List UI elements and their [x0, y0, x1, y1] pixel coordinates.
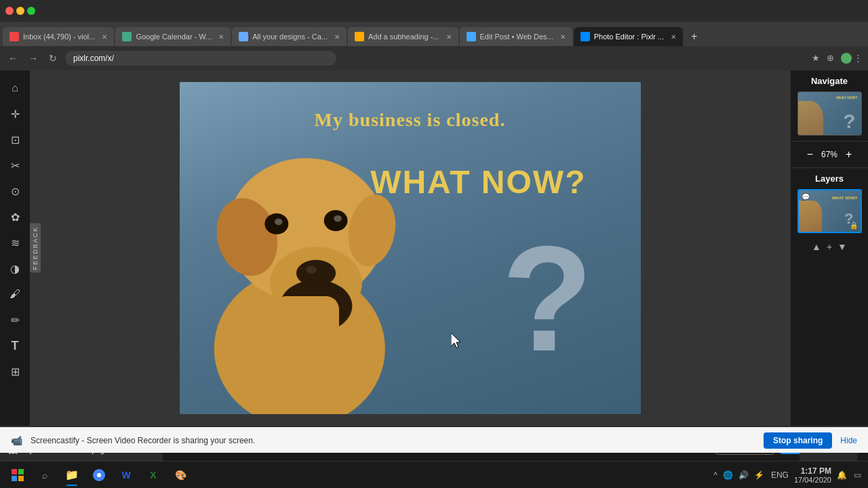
nav-dog-hint	[798, 101, 823, 135]
tab-webdes[interactable]: Edit Post • Web Des... ✕	[460, 27, 572, 46]
effects-tool[interactable]: ✿	[3, 205, 27, 229]
start-button[interactable]	[5, 463, 30, 487]
layer-thumbnail[interactable]: 💬 🔒 WHAT NOW? ?	[797, 189, 862, 233]
volume-icon[interactable]: 🔊	[737, 469, 750, 481]
tab-label-canva: All your designs - Ca...	[252, 33, 328, 41]
tab-canva[interactable]: All your designs - Ca... ✕	[232, 27, 347, 46]
time-display: 1:17 PM	[794, 466, 831, 476]
svg-rect-18	[12, 469, 17, 474]
canvas-wrapper: My business is closed. WHAT NOW? ?	[180, 82, 641, 414]
cut-tool[interactable]: ✂	[3, 153, 27, 178]
hide-notification-button[interactable]: Hide	[840, 436, 857, 445]
search-taskbar-button[interactable]: ⌕	[33, 463, 57, 487]
left-toolbar: ⌂ ✛ ⊡ ✂ ⊙ ✿ ≋ ◑ 🖌 ✏ T ⊞	[0, 70, 30, 426]
taskbar-clock: 1:17 PM 17/04/2020	[794, 466, 831, 484]
stop-sharing-button[interactable]: Stop sharing	[764, 432, 832, 449]
extensions-icon[interactable]: ⊕	[827, 53, 834, 64]
move-tool[interactable]: ✛	[3, 102, 27, 126]
tab-pixlr[interactable]: Photo Editor : Pixlr ... ✕	[574, 27, 683, 46]
refresh-button[interactable]: ↻	[46, 52, 60, 65]
user-avatar[interactable]	[841, 53, 852, 64]
tab-label-webdes: Edit Post • Web Des...	[480, 33, 553, 41]
svg-rect-17	[273, 296, 339, 348]
pattern-tool[interactable]: ⊞	[3, 359, 27, 384]
system-icons: ^ 🌐 🔊 ⚡	[712, 469, 766, 481]
layer-q-preview: ?	[844, 211, 853, 226]
notifications-icon[interactable]: 🔔	[835, 469, 848, 481]
taskbar-right: ^ 🌐 🔊 ⚡ ENG 1:17 PM 17/04/2020 🔔 ▭	[712, 466, 863, 484]
canvas-text-headline: My business is closed.	[180, 109, 641, 131]
canvas-text-whatnow: WHAT NOW?	[370, 163, 586, 201]
feedback-tab[interactable]: FEEDBACK	[30, 224, 41, 273]
paint-tool[interactable]: 🖌	[3, 282, 27, 306]
tab-close-canva[interactable]: ✕	[334, 33, 340, 41]
canvas-question-mark: ?	[502, 224, 593, 373]
navigate-title: Navigate	[796, 76, 863, 86]
zoom-out-button[interactable]: −	[804, 147, 816, 162]
svg-point-10	[334, 215, 342, 222]
bookmark-star-icon[interactable]: ★	[812, 53, 820, 64]
dodge-tool[interactable]: ◑	[3, 256, 27, 281]
zoom-value: 67%	[821, 150, 837, 159]
tab-label-inbox: Inbox (44,790) - viol...	[23, 33, 95, 41]
layers-section: Layers 💬 🔒 WHAT NOW? ? ▲ +	[791, 168, 868, 426]
tab-calendar[interactable]: Google Calendar - W... ✕	[115, 27, 231, 46]
svg-rect-19	[18, 469, 24, 474]
canvas-area[interactable]: My business is closed. WHAT NOW? ?	[30, 70, 790, 426]
tab-inbox[interactable]: Inbox (44,790) - viol... ✕	[3, 27, 114, 46]
layer-controls: ▲ + ▼	[796, 239, 863, 255]
title-bar	[0, 0, 868, 22]
adjust-tool[interactable]: ⊙	[3, 179, 27, 203]
desktop-icon[interactable]: ▭	[852, 469, 863, 481]
right-panel: Navigate WHAT NOW? ? − 67% +	[790, 70, 868, 426]
forward-button[interactable]: →	[26, 52, 41, 65]
feedback-label[interactable]: FEEDBACK	[30, 224, 41, 273]
nav-thumb-text: WHAT NOW?	[836, 96, 857, 100]
svg-point-23	[97, 473, 101, 477]
tab-close-webdes[interactable]: ✕	[560, 33, 566, 41]
excel-icon: X	[150, 470, 156, 481]
lang-indicator: ENG	[770, 469, 790, 481]
taskbar-file-explorer[interactable]: 📁	[60, 463, 84, 487]
back-button[interactable]: ←	[5, 52, 20, 65]
text-tool[interactable]: T	[3, 333, 27, 358]
taskbar-app5[interactable]: 🎨	[168, 463, 193, 487]
pencil-tool[interactable]: ✏	[3, 308, 27, 332]
layer-up-button[interactable]: ▲	[812, 241, 821, 252]
taskbar-chrome[interactable]	[87, 463, 111, 487]
crop-tool[interactable]: ⊡	[3, 127, 27, 152]
taskbar-excel[interactable]: X	[141, 463, 165, 487]
zoom-in-button[interactable]: +	[843, 147, 854, 162]
tab-favicon-webdes	[467, 32, 476, 41]
layer-icons: 💬	[802, 193, 810, 201]
canvas-image[interactable]: My business is closed. WHAT NOW? ?	[180, 82, 641, 414]
nav-thumb-q: ?	[843, 111, 855, 131]
network-icon[interactable]: 🌐	[722, 469, 734, 481]
screencastify-notification: 📹 Screencastify - Screen Video Recorder …	[0, 427, 868, 453]
blur-tool[interactable]: ≋	[3, 230, 27, 255]
tab-label-subheading: Add a subheading -...	[368, 33, 439, 41]
home-tool[interactable]: ⌂	[3, 76, 27, 100]
address-input[interactable]	[65, 51, 336, 66]
tab-close-inbox[interactable]: ✕	[102, 33, 107, 41]
tab-label-calendar: Google Calendar - W...	[136, 33, 212, 41]
svg-point-6	[306, 266, 317, 274]
menu-icon[interactable]: ⋮	[854, 53, 863, 64]
taskbar-word[interactable]: W	[114, 463, 138, 487]
browser-frame: Inbox (44,790) - viol... ✕ Google Calend…	[0, 0, 868, 488]
tab-close-pixlr[interactable]: ✕	[671, 33, 676, 41]
tab-close-calendar[interactable]: ✕	[218, 33, 224, 41]
layer-add-button[interactable]: +	[827, 241, 832, 252]
layer-down-button[interactable]: ▼	[837, 241, 847, 252]
layer-text-preview: WHAT NOW?	[832, 196, 858, 200]
new-tab-button[interactable]: +	[684, 27, 703, 46]
tab-close-subheading[interactable]: ✕	[446, 33, 452, 41]
chevron-up-icon[interactable]: ^	[712, 469, 719, 481]
tab-subheading[interactable]: Add a subheading -... ✕	[348, 27, 458, 46]
word-icon: W	[121, 470, 130, 481]
app5-icon: 🎨	[175, 470, 186, 481]
taskbar-area: 🖼 My business is clo....png ^ Show all ✕…	[0, 461, 868, 488]
battery-icon[interactable]: ⚡	[753, 469, 766, 481]
navigate-thumbnail[interactable]: WHAT NOW? ?	[797, 92, 862, 136]
search-taskbar-icon: ⌕	[42, 470, 47, 481]
